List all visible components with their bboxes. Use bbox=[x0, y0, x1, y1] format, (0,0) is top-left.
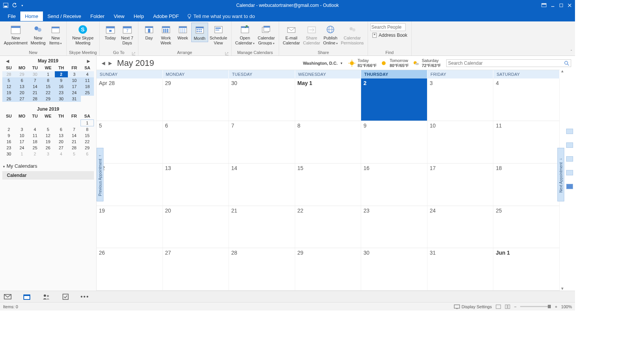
navcal-day[interactable]: 29 bbox=[15, 71, 28, 77]
navcal-day[interactable]: 23 bbox=[2, 145, 15, 151]
navcal-day[interactable]: 19 bbox=[41, 139, 54, 145]
tab-view[interactable]: View bbox=[109, 11, 129, 21]
calendar-cell[interactable]: 30 bbox=[229, 78, 295, 121]
next-period-icon[interactable]: ▶ bbox=[107, 60, 113, 66]
navcal-day[interactable]: 26 bbox=[41, 145, 54, 151]
zoom-slider[interactable] bbox=[520, 306, 551, 307]
calendar-cell[interactable]: 29 bbox=[163, 78, 229, 121]
calendar-cell[interactable]: 22 bbox=[295, 206, 361, 248]
tab-help[interactable]: Help bbox=[129, 11, 149, 21]
calendar-cell[interactable]: 8 bbox=[295, 121, 361, 163]
navcal-day[interactable] bbox=[54, 120, 67, 126]
prev-month-icon[interactable]: ◀ bbox=[4, 59, 12, 63]
qat-customize-icon[interactable]: ▾ bbox=[21, 4, 23, 7]
navcal-day[interactable]: 22 bbox=[80, 139, 94, 145]
navcal-day[interactable]: 20 bbox=[54, 139, 67, 145]
search-calendar-box[interactable] bbox=[446, 59, 571, 67]
view-reading-icon[interactable] bbox=[505, 304, 510, 309]
navcal-day[interactable]: 19 bbox=[2, 90, 15, 96]
navcal-day[interactable]: 30 bbox=[55, 96, 68, 102]
navcal-day[interactable]: 22 bbox=[41, 90, 54, 96]
navcal-day[interactable]: 17 bbox=[68, 83, 81, 90]
navcal-day[interactable]: 14 bbox=[67, 132, 80, 139]
navcal-day[interactable]: 8 bbox=[80, 126, 94, 133]
navcal-day[interactable]: 4 bbox=[54, 151, 67, 157]
navcal-day[interactable]: 28 bbox=[28, 96, 41, 102]
display-settings-button[interactable]: Display Settings bbox=[454, 304, 492, 309]
navcal-day[interactable]: 10 bbox=[15, 132, 28, 139]
calendar-cell[interactable]: 19 bbox=[97, 206, 163, 248]
ribbon-display-icon[interactable] bbox=[541, 3, 547, 8]
navcal-day[interactable]: 29 bbox=[80, 145, 94, 151]
search-calendar-input[interactable] bbox=[448, 60, 564, 66]
collapse-ribbon-icon[interactable]: ˆ bbox=[571, 50, 572, 54]
navcal-day[interactable]: 30 bbox=[28, 71, 41, 77]
navcal-day[interactable]: 1 bbox=[41, 71, 54, 77]
calendar-cell[interactable]: 18 bbox=[493, 164, 560, 206]
nav-calendar-icon[interactable] bbox=[23, 293, 31, 300]
navcal-day[interactable]: 30 bbox=[2, 151, 15, 157]
view-thumb[interactable] bbox=[566, 156, 573, 162]
navcal-day[interactable]: 4 bbox=[81, 71, 94, 77]
new-items-button[interactable]: New Items bbox=[47, 23, 64, 46]
calendar-cell[interactable]: May 1 bbox=[295, 78, 361, 121]
navcal-day[interactable]: 5 bbox=[67, 151, 80, 157]
nav-mail-icon[interactable] bbox=[4, 294, 12, 300]
view-thumb[interactable] bbox=[566, 129, 573, 134]
navcal-day[interactable]: 4 bbox=[28, 126, 41, 133]
dialog-launcher-icon[interactable] bbox=[132, 52, 136, 56]
next-7-days-button[interactable]: 7 Next 7 Days bbox=[119, 23, 136, 46]
navcal-day[interactable] bbox=[2, 120, 15, 126]
calendar-cell[interactable]: 15 bbox=[295, 164, 361, 206]
maximize-icon[interactable] bbox=[559, 3, 564, 8]
view-thumb[interactable] bbox=[566, 142, 573, 148]
calendar-cell[interactable]: 4 bbox=[493, 78, 560, 121]
navcal-day[interactable]: 16 bbox=[2, 139, 15, 145]
navcal-day[interactable] bbox=[28, 120, 41, 126]
calendar-cell[interactable]: 16 bbox=[361, 164, 427, 206]
navcal-day[interactable]: 24 bbox=[68, 90, 81, 96]
navcal-day[interactable]: 17 bbox=[15, 139, 28, 145]
qat-save-icon[interactable] bbox=[3, 3, 8, 8]
weather-day[interactable]: Tomorrow80°F/65°F bbox=[380, 58, 409, 68]
calendar-cell[interactable]: Apr 28 bbox=[97, 78, 163, 121]
weather-day[interactable]: Saturday72°F/63°F bbox=[412, 58, 441, 68]
day-button[interactable]: Day bbox=[141, 23, 158, 41]
navcal-day[interactable]: 13 bbox=[54, 132, 67, 139]
navcal-day[interactable]: 23 bbox=[55, 90, 68, 96]
navcal-day[interactable]: 9 bbox=[2, 132, 15, 139]
navcal-day[interactable]: 8 bbox=[41, 77, 54, 83]
tab-home[interactable]: Home bbox=[20, 11, 43, 21]
calendar-cell[interactable]: 30 bbox=[361, 248, 427, 290]
navcal-day[interactable]: 7 bbox=[28, 77, 41, 83]
tab-folder[interactable]: Folder bbox=[86, 11, 109, 21]
my-calendars-toggle[interactable]: My Calendars bbox=[2, 161, 94, 171]
vertical-scrollbar[interactable]: ▲▼ bbox=[560, 69, 565, 291]
navcal-day[interactable]: 28 bbox=[2, 71, 15, 77]
new-appointment-button[interactable]: New Appointment bbox=[2, 23, 29, 46]
minimize-icon[interactable] bbox=[550, 3, 555, 8]
address-book-button[interactable]: Address Book bbox=[370, 32, 409, 39]
zoom-out-icon[interactable]: − bbox=[514, 304, 516, 309]
navcal-day[interactable]: 20 bbox=[15, 90, 28, 96]
navcal-day[interactable]: 14 bbox=[28, 83, 41, 90]
navcal-day[interactable]: 28 bbox=[67, 145, 80, 151]
navcal-day[interactable]: 6 bbox=[54, 126, 67, 133]
week-button[interactable]: Week bbox=[174, 23, 191, 41]
qat-undo-icon[interactable] bbox=[12, 3, 18, 8]
navcal-day[interactable]: 3 bbox=[41, 151, 54, 157]
calendar-cell[interactable]: 12 bbox=[97, 164, 163, 206]
tab-file[interactable]: File bbox=[3, 11, 20, 21]
calendar-cell[interactable]: Jun 1 bbox=[493, 248, 560, 290]
navcal-day[interactable]: 2 bbox=[28, 151, 41, 157]
calendar-cell[interactable]: 17 bbox=[427, 164, 494, 206]
open-calendar-button[interactable]: Open Calendar bbox=[234, 23, 256, 46]
navcal-day[interactable]: 6 bbox=[15, 77, 28, 83]
calendar-groups-button[interactable]: Calendar Groups bbox=[256, 23, 276, 46]
navcal-day[interactable]: 1 bbox=[15, 151, 28, 157]
weather-day[interactable]: Today81°F/66°F bbox=[348, 58, 377, 68]
close-icon[interactable] bbox=[567, 3, 572, 8]
navcal-day[interactable]: 27 bbox=[54, 145, 67, 151]
navcal-day[interactable]: 10 bbox=[68, 77, 81, 83]
publish-online-button[interactable]: Publish Online bbox=[322, 23, 339, 46]
